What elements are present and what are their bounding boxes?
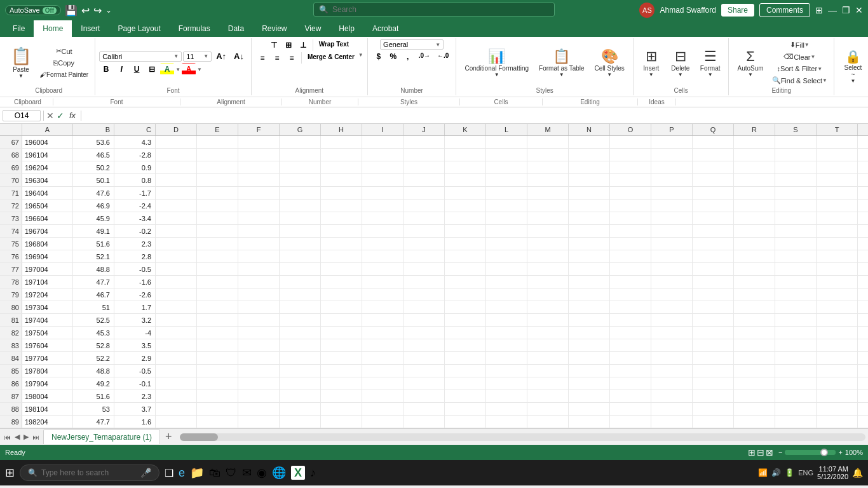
cell[interactable] bbox=[321, 161, 362, 173]
network-icon[interactable]: 🌐 bbox=[272, 466, 286, 480]
top-align-button[interactable]: ⊤ bbox=[267, 39, 281, 51]
cell[interactable]: 53.6 bbox=[73, 136, 114, 148]
cell[interactable] bbox=[610, 327, 651, 339]
cell[interactable]: 197604 bbox=[22, 339, 73, 351]
cell[interactable] bbox=[693, 352, 734, 364]
cell[interactable] bbox=[569, 390, 610, 402]
cell[interactable] bbox=[321, 238, 362, 250]
cell[interactable] bbox=[693, 263, 734, 275]
cell[interactable] bbox=[858, 327, 868, 339]
row-number[interactable]: 68 bbox=[0, 149, 22, 161]
cell[interactable] bbox=[775, 136, 817, 148]
cell[interactable]: 197504 bbox=[22, 327, 73, 339]
cell[interactable]: 196204 bbox=[22, 161, 73, 173]
cell[interactable] bbox=[197, 238, 238, 250]
row-number[interactable]: 78 bbox=[0, 276, 22, 288]
cell[interactable] bbox=[651, 339, 693, 351]
cell[interactable] bbox=[238, 187, 280, 199]
cell[interactable] bbox=[527, 212, 569, 224]
cell[interactable] bbox=[817, 161, 858, 173]
cell[interactable] bbox=[817, 212, 858, 224]
cell[interactable] bbox=[693, 339, 734, 351]
cell[interactable] bbox=[775, 238, 817, 250]
cell[interactable] bbox=[197, 314, 238, 326]
chrome-icon[interactable]: ◉ bbox=[257, 466, 267, 480]
search-input[interactable] bbox=[332, 5, 536, 14]
cell[interactable] bbox=[197, 250, 238, 262]
cell[interactable] bbox=[527, 187, 569, 199]
cell[interactable]: 51.6 bbox=[73, 238, 114, 250]
cell[interactable] bbox=[238, 377, 280, 390]
cell[interactable] bbox=[321, 365, 362, 377]
cell[interactable] bbox=[527, 263, 569, 275]
restore-icon[interactable]: ❐ bbox=[842, 5, 850, 15]
cell[interactable] bbox=[321, 352, 362, 364]
cell[interactable] bbox=[156, 225, 197, 237]
cell[interactable] bbox=[610, 136, 651, 148]
cell[interactable] bbox=[362, 327, 403, 339]
confirm-formula-button[interactable]: ✓ bbox=[57, 111, 64, 121]
cell[interactable] bbox=[734, 365, 775, 377]
cell[interactable] bbox=[610, 276, 651, 288]
cell[interactable] bbox=[362, 416, 403, 428]
cell[interactable] bbox=[569, 365, 610, 377]
font-size-selector[interactable]: 11 ▼ bbox=[183, 51, 212, 62]
cell[interactable] bbox=[321, 200, 362, 212]
cell[interactable] bbox=[486, 365, 527, 377]
row-number[interactable]: 77 bbox=[0, 263, 22, 275]
cell[interactable] bbox=[238, 390, 280, 402]
cell[interactable] bbox=[362, 339, 403, 351]
cell[interactable] bbox=[280, 174, 321, 186]
sheet-first-arrow[interactable]: ⏮ bbox=[3, 432, 12, 442]
cell[interactable]: 198004 bbox=[22, 390, 73, 402]
cell[interactable] bbox=[693, 238, 734, 250]
find-select-button[interactable]: 🔍 Find & Select ▼ bbox=[770, 75, 830, 86]
cell[interactable] bbox=[403, 225, 445, 237]
cell[interactable] bbox=[280, 314, 321, 326]
cell[interactable] bbox=[651, 187, 693, 199]
cell[interactable] bbox=[734, 377, 775, 390]
cell[interactable] bbox=[486, 187, 527, 199]
formula-input[interactable] bbox=[84, 111, 865, 120]
row-number[interactable]: 80 bbox=[0, 301, 22, 313]
cell[interactable] bbox=[156, 352, 197, 364]
cell[interactable] bbox=[734, 403, 775, 415]
cell[interactable] bbox=[445, 225, 486, 237]
col-header-o[interactable]: O bbox=[610, 124, 651, 135]
cell[interactable] bbox=[817, 390, 858, 402]
cell[interactable] bbox=[817, 200, 858, 212]
cell[interactable] bbox=[527, 377, 569, 390]
cell[interactable] bbox=[156, 377, 197, 390]
col-header-q[interactable]: Q bbox=[693, 124, 734, 135]
normal-view-button[interactable]: ⊞ bbox=[748, 447, 756, 458]
cell[interactable] bbox=[734, 327, 775, 339]
cell[interactable] bbox=[403, 250, 445, 262]
cell[interactable] bbox=[238, 288, 280, 301]
cell[interactable] bbox=[734, 276, 775, 288]
cell[interactable] bbox=[693, 212, 734, 224]
cell[interactable] bbox=[238, 416, 280, 428]
cell[interactable] bbox=[321, 212, 362, 224]
cell[interactable] bbox=[197, 174, 238, 186]
cell[interactable] bbox=[403, 327, 445, 339]
cell[interactable] bbox=[238, 301, 280, 313]
cell[interactable] bbox=[403, 339, 445, 351]
cell[interactable] bbox=[693, 136, 734, 148]
cell[interactable] bbox=[651, 238, 693, 250]
cell[interactable] bbox=[858, 314, 868, 326]
cell[interactable] bbox=[445, 365, 486, 377]
col-header-s[interactable]: S bbox=[775, 124, 817, 135]
horizontal-scrollbar[interactable] bbox=[180, 433, 865, 441]
cell[interactable] bbox=[527, 136, 569, 148]
cell[interactable] bbox=[817, 136, 858, 148]
cell[interactable] bbox=[858, 288, 868, 301]
cell[interactable]: -0.1 bbox=[114, 377, 156, 390]
cell[interactable] bbox=[445, 250, 486, 262]
col-header-p[interactable]: P bbox=[651, 124, 693, 135]
cell[interactable] bbox=[403, 288, 445, 301]
cell[interactable] bbox=[775, 416, 817, 428]
row-number[interactable]: 83 bbox=[0, 339, 22, 351]
decrease-font-button[interactable]: A↓ bbox=[231, 50, 247, 62]
cell[interactable] bbox=[527, 276, 569, 288]
cell[interactable] bbox=[817, 250, 858, 262]
